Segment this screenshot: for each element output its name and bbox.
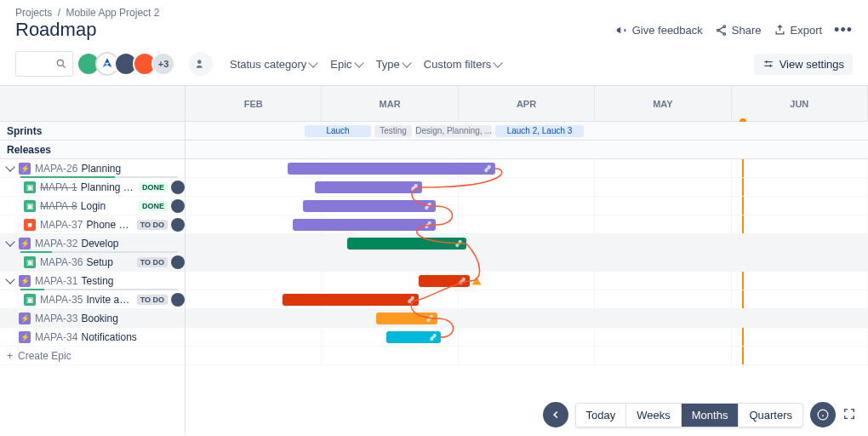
assignee-avatar[interactable] [171,218,185,232]
chevron-down-icon [402,58,411,67]
zoom-control: Today Weeks Months Quarters [575,403,803,427]
filter-epic[interactable]: Epic [330,58,362,71]
assignee-avatar[interactable] [171,293,185,307]
link-icon [454,239,463,248]
legend-button[interactable] [810,402,836,427]
sprint-pill[interactable]: Lauch 2, Lauch 3 [495,125,584,137]
avatar-group[interactable]: +3 [82,52,175,76]
task-bar[interactable] [283,294,419,306]
svg-point-3 [57,60,63,66]
sprint-pill[interactable]: Design, Planning, ... [415,125,492,137]
more-menu-button[interactable]: ••• [834,21,853,39]
issue-summary: Phone Num... [86,219,133,231]
epic-row[interactable]: ⚡MAPA-34Notifications [0,328,185,347]
issue-row[interactable]: ▣MAPA-36SetupTO DO [0,253,185,272]
story-icon: ▣ [24,200,36,212]
status-badge: TO DO [137,257,168,267]
status-badge: TO DO [137,295,168,305]
epic-row[interactable]: ⚡MAPA-26Planning [0,159,185,178]
zoom-months[interactable]: Months [682,404,740,427]
breadcrumb-projects[interactable]: Projects [15,7,52,19]
fullscreen-button[interactable] [842,407,856,423]
megaphone-icon [615,24,628,37]
breadcrumb-project[interactable]: Mobile App Project 2 [66,7,159,19]
create-epic-button[interactable]: +Create Epic [0,347,185,365]
task-bar[interactable] [303,200,436,212]
month-column: MAR [322,86,458,121]
task-bar[interactable] [293,219,436,231]
share-button[interactable]: Share [715,24,762,37]
issue-key: MAPA-34 [35,331,77,343]
issue-key: MAPA-31 [35,275,77,287]
issue-row[interactable]: ▣MAPA-8LoginDONE [0,197,185,215]
svg-point-1 [717,29,719,32]
link-icon [424,202,432,210]
story-icon: ▣ [24,181,36,193]
export-button[interactable]: Export [774,24,823,37]
epic-bar[interactable] [386,331,441,343]
epic-bar[interactable] [419,275,470,287]
epic-icon: ⚡ [19,275,31,287]
assignee-avatar[interactable] [171,199,185,213]
epic-row[interactable]: ⚡MAPA-32Develop [0,234,185,253]
assignee-avatar[interactable] [171,181,185,194]
epic-icon: ⚡ [19,163,31,175]
search-input[interactable] [15,51,73,77]
issue-key: MAPA-36 [40,256,83,268]
chevron-down-icon [494,58,503,67]
share-icon [715,24,728,37]
issue-row[interactable]: ■MAPA-37Phone Num...TO DO [0,215,185,234]
epic-bar[interactable] [376,313,437,324]
sprint-pill[interactable]: Testing [374,125,412,137]
svg-point-2 [723,32,726,35]
issue-row[interactable]: ▣MAPA-1Planning Proje...DONE [0,178,185,197]
give-feedback-button[interactable]: Give feedback [615,24,703,37]
epic-bar[interactable] [288,163,495,175]
link-icon [429,333,437,341]
month-column: MAY [595,86,731,121]
story-icon: ▣ [24,256,36,268]
avatar-more[interactable]: +3 [151,52,175,76]
issue-summary: Login [81,200,135,212]
timeline-releases-row [186,141,868,159]
expand-caret-icon[interactable] [5,237,14,246]
svg-point-0 [723,25,726,27]
warning-icon [471,276,482,286]
issue-key: MAPA-33 [35,313,77,324]
issue-summary: Planning Proje... [81,181,135,193]
issue-summary: Testing [81,275,185,287]
link-icon [458,277,466,285]
month-column: FEB [186,86,322,121]
sprint-pill[interactable]: Lauch [305,125,371,137]
zoom-weeks[interactable]: Weeks [626,404,682,427]
link-icon [424,221,432,229]
scroll-left-button[interactable] [543,402,568,427]
zoom-quarters[interactable]: Quarters [739,404,802,427]
filter-status-category[interactable]: Status category [230,58,317,71]
issue-summary: Setup [86,256,133,268]
add-user-icon [195,58,207,70]
epic-bar[interactable] [347,238,466,250]
issue-key: MAPA-8 [40,200,77,212]
epic-row[interactable]: ⚡MAPA-33Booking [0,309,185,328]
timeline-sprints-row: Lauch Testing Design, Planning, ... Lauc… [186,122,868,141]
svg-point-4 [197,60,202,64]
issue-row[interactable]: ▣MAPA-35Invite and S...TO DO [0,290,185,309]
issue-key: MAPA-35 [40,294,83,306]
expand-caret-icon[interactable] [5,162,14,171]
task-bar[interactable] [315,181,422,193]
view-settings-button[interactable]: View settings [754,54,853,75]
link-icon [483,164,492,173]
status-badge: TO DO [137,220,168,230]
expand-caret-icon[interactable] [5,274,14,284]
zoom-today[interactable]: Today [576,404,627,427]
issue-key: MAPA-1 [40,181,77,193]
issue-summary: Develop [81,238,185,250]
filter-type[interactable]: Type [376,58,410,71]
add-user-button[interactable] [189,52,213,76]
assignee-avatar[interactable] [171,255,185,269]
filter-custom[interactable]: Custom filters [424,58,501,71]
status-badge: DONE [139,182,168,192]
month-column: APR [459,86,595,121]
epic-row[interactable]: ⚡MAPA-31Testing [0,272,185,290]
